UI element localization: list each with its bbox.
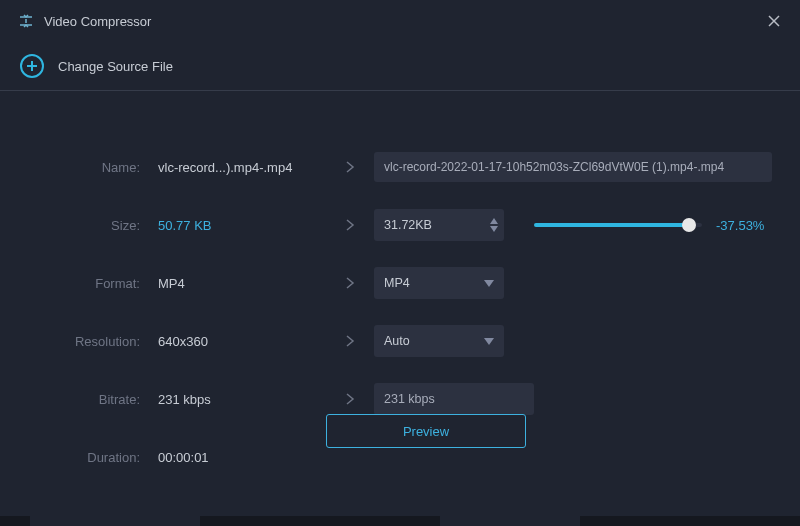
app-title: Video Compressor <box>44 14 151 29</box>
arrow-resolution[interactable] <box>326 334 374 348</box>
row-size: Size: 50.77 KB 31.72KB -37.53% <box>28 209 772 241</box>
source-format: MP4 <box>158 276 326 291</box>
source-resolution: 640x360 <box>158 334 326 349</box>
source-duration: 00:00:01 <box>158 450 326 465</box>
label-resolution: Resolution: <box>28 334 158 349</box>
svg-marker-8 <box>490 226 498 232</box>
target-resolution-select[interactable]: Auto <box>374 325 504 357</box>
row-bitrate: Bitrate: 231 kbps <box>28 383 772 415</box>
titlebar: Video Compressor <box>0 0 800 42</box>
target-resolution-value: Auto <box>384 334 410 348</box>
label-name: Name: <box>28 160 158 175</box>
svg-marker-7 <box>490 218 498 224</box>
change-source-file-button[interactable]: Change Source File <box>0 42 800 91</box>
change-source-label: Change Source File <box>58 59 173 74</box>
target-format-value: MP4 <box>384 276 410 290</box>
arrow-name[interactable] <box>326 160 374 174</box>
stepper-down-icon[interactable] <box>490 226 498 232</box>
stepper-up-icon[interactable] <box>490 218 498 224</box>
svg-marker-10 <box>484 338 494 345</box>
target-size-stepper[interactable]: 31.72KB <box>374 209 504 241</box>
source-bitrate: 231 kbps <box>158 392 326 407</box>
slider-thumb[interactable] <box>682 218 696 232</box>
svg-marker-9 <box>484 280 494 287</box>
titlebar-left: Video Compressor <box>18 13 151 29</box>
slider-fill <box>534 223 689 227</box>
row-resolution: Resolution: 640x360 Auto <box>28 325 772 357</box>
arrow-size[interactable] <box>326 218 374 232</box>
size-slider[interactable] <box>534 223 702 227</box>
target-format-select[interactable]: MP4 <box>374 267 504 299</box>
label-duration: Duration: <box>28 450 158 465</box>
label-bitrate: Bitrate: <box>28 392 158 407</box>
preview-button-label: Preview <box>403 424 449 439</box>
row-format: Format: MP4 MP4 <box>28 267 772 299</box>
target-size-value: 31.72KB <box>384 218 432 232</box>
chevron-down-icon <box>484 280 494 287</box>
label-size: Size: <box>28 218 158 233</box>
source-size: 50.77 KB <box>158 218 326 233</box>
preview-button[interactable]: Preview <box>326 414 526 448</box>
row-name: Name: vlc-record...).mp4-.mp4 vlc-record… <box>28 151 772 183</box>
bottom-bar <box>0 516 800 526</box>
label-format: Format: <box>28 276 158 291</box>
plus-circle-icon <box>20 54 44 78</box>
compressor-icon <box>18 13 34 29</box>
source-name: vlc-record...).mp4-.mp4 <box>158 160 326 175</box>
chevron-down-icon <box>484 338 494 345</box>
arrow-bitrate[interactable] <box>326 392 374 406</box>
size-percent: -37.53% <box>716 218 772 233</box>
target-bitrate-input[interactable] <box>374 383 534 415</box>
close-button[interactable] <box>766 13 782 29</box>
target-name-field[interactable]: vlc-record-2022-01-17-10h52m03s-ZCl69dVt… <box>374 152 772 182</box>
arrow-format[interactable] <box>326 276 374 290</box>
